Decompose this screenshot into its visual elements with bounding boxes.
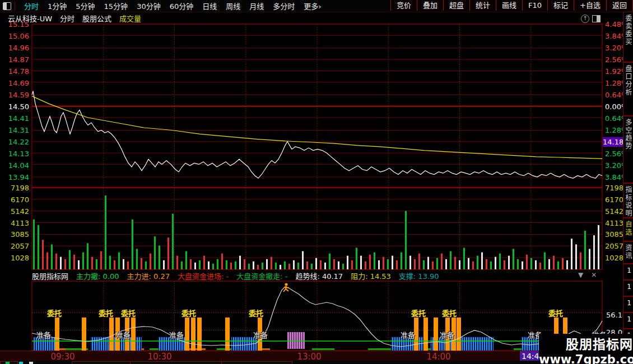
- volume-tick: 2057: [0, 242, 29, 250]
- weituo-label: 委托: [47, 307, 62, 318]
- indicator-header-segment-7: 支撑: 13.90: [399, 270, 439, 281]
- price-tick: 14.41: [0, 115, 29, 122]
- time-axis: 09:3010:3013:0014:0014:4: [0, 351, 633, 361]
- right-strip-tab-9[interactable]: 1: [623, 312, 633, 329]
- volume-tick: 7198: [605, 184, 623, 192]
- price-tick: 14.78: [0, 68, 29, 75]
- zhunbei-label: 准备: [401, 329, 415, 340]
- volume-tick: 3085: [605, 231, 623, 238]
- price-tick: 15.15: [0, 21, 29, 28]
- indicator-dropdown-icon[interactable]: ▼: [578, 271, 583, 279]
- bottom-tab-2[interactable]: [130, 361, 222, 364]
- zhunbei-label: 准备: [169, 329, 184, 340]
- watermark-site-name: 股朋指标网: [539, 334, 633, 353]
- zhunbei-label: 准备: [116, 329, 131, 340]
- volume-tick: 1028: [0, 254, 29, 262]
- price-tick: 14.50: [0, 103, 29, 110]
- bottom-toolbar-clipped: [0, 361, 633, 364]
- volume-tick: 2057: [605, 242, 623, 250]
- right-strip-tab-0[interactable]: 委卖委买: [623, 12, 633, 62]
- indicator-header-segment-0: 股朋指标网: [32, 270, 68, 281]
- price-tick: 14.13: [0, 150, 29, 157]
- intraday-chart[interactable]: [0, 0, 633, 364]
- zhunbei-label: 准备: [440, 329, 454, 340]
- price-tick: 14.04: [0, 162, 29, 169]
- volume-tick: 5142: [0, 208, 29, 215]
- volume-tick: 7198: [0, 184, 29, 192]
- volume-tick: 6170: [605, 196, 623, 203]
- price-tick: 14.87: [0, 56, 29, 63]
- price-tick: 14.22: [0, 138, 29, 146]
- volume-tick: 4113: [0, 220, 29, 227]
- right-sidebar-strip: 委卖委买盘口分析多空趋势指标说明自选资讯111111: [623, 12, 633, 361]
- weituo-label: 委托: [548, 307, 563, 318]
- zhunbei-label: 准备: [253, 329, 268, 340]
- indicator-header-segment-4: 大盘资金撤走: -: [236, 270, 287, 281]
- zhunbei-label: 准备: [36, 329, 51, 340]
- volume-tick: 3085: [0, 231, 29, 238]
- price-tick: 14.31: [0, 127, 29, 134]
- indicator-header-segment-5: 趋势线: 40.17: [295, 270, 343, 281]
- right-strip-tab-2[interactable]: 多空趋势: [623, 116, 633, 183]
- right-strip-tab-7[interactable]: 1: [623, 280, 633, 296]
- bottom-tab-1[interactable]: [72, 361, 131, 364]
- watermark: 股朋指标网 www.7gpzb.com: [539, 334, 633, 364]
- price-tick: 14.59: [0, 91, 29, 99]
- price-tick: 14.69: [0, 80, 29, 87]
- indicator-close-icon[interactable]: ✕: [591, 271, 597, 279]
- current-price-tag: 14.18: [603, 137, 623, 147]
- volume-tick: 5142: [605, 208, 623, 215]
- right-strip-tab-3[interactable]: 指标说明: [623, 183, 633, 218]
- price-tick: 14.96: [0, 44, 29, 52]
- weituo-label: 委托: [99, 307, 113, 318]
- bottom-tab-3[interactable]: [221, 361, 292, 364]
- runner-marker-icon: [283, 283, 289, 292]
- price-tick: 13.94: [0, 174, 29, 181]
- weituo-label: 委托: [121, 307, 136, 318]
- watermark-site-url: www.7gpzb.com: [539, 353, 633, 364]
- price-tick: 15.06: [0, 32, 29, 40]
- volume-tick: 4113: [605, 220, 623, 227]
- weituo-label: 委托: [411, 307, 426, 318]
- current-time-tag: 14:4: [520, 351, 541, 361]
- volume-tick: 1028: [605, 254, 623, 262]
- indicator-header-segment-3: 大盘资金进场: -: [178, 270, 229, 281]
- weituo-label: 委托: [249, 307, 263, 318]
- right-strip-tab-4[interactable]: 自选: [623, 218, 633, 241]
- trading-terminal-window: 分时1分钟5分钟15分钟30分钟60分钟日线周线月线多分时更多› 竞价叠加超盘统…: [0, 0, 633, 364]
- weituo-label: 委托: [181, 307, 196, 318]
- indicator-header-segment-6: 阻力: 14.53: [351, 270, 391, 281]
- volume-tick: 6170: [0, 196, 29, 203]
- right-strip-tab-6[interactable]: 1: [623, 264, 633, 280]
- indicator-header-segment-1: 主力撤: 0.00: [76, 270, 119, 281]
- right-strip-tab-8[interactable]: 1: [623, 296, 633, 312]
- indicator-header: 股朋指标网主力撤: 0.00主力进: 0.27大盘资金进场: -大盘资金撤走: …: [32, 270, 602, 281]
- right-strip-tab-5[interactable]: 资讯: [623, 241, 633, 264]
- weituo-label: 委托: [442, 307, 457, 318]
- indicator-header-segment-2: 主力进: 0.27: [127, 270, 169, 281]
- right-strip-tab-1[interactable]: 盘口分析: [623, 62, 633, 116]
